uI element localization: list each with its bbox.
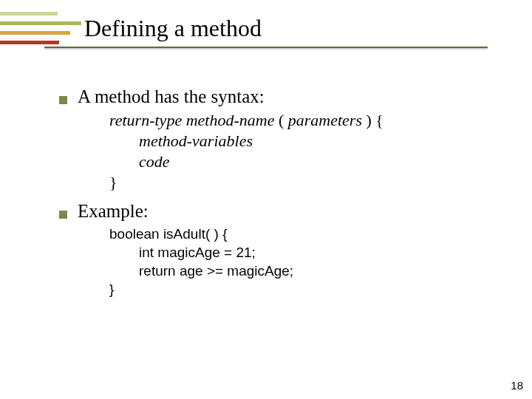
bullet-item-2: Example:	[59, 201, 532, 222]
stripe	[0, 12, 58, 16]
syntax-token: return-type method-name	[109, 111, 274, 129]
code-line: return age >= magicAge;	[139, 262, 532, 280]
syntax-token: ) {	[362, 111, 383, 129]
code-line: int magicAge = 21;	[139, 243, 532, 262]
title-underline	[44, 47, 488, 48]
syntax-token: (	[274, 111, 287, 129]
bullet-item-1: A method has the syntax:	[59, 86, 532, 107]
decorative-stripes	[0, 12, 81, 44]
code-line: }	[109, 280, 532, 299]
bullet-text: Example:	[78, 201, 149, 222]
bullet-icon	[59, 96, 67, 104]
syntax-token: parameters	[288, 111, 362, 129]
content-area: A method has the syntax: return-type met…	[59, 86, 532, 299]
syntax-line: return-type method-name ( parameters ) {	[109, 110, 532, 131]
syntax-line: code	[139, 151, 532, 172]
syntax-block: return-type method-name ( parameters ) {…	[109, 110, 532, 194]
page-number: 18	[511, 379, 523, 392]
stripe	[0, 41, 59, 44]
example-block: boolean isAdult( ) { int magicAge = 21; …	[109, 225, 532, 299]
stripe	[0, 31, 70, 35]
code-line: boolean isAdult( ) {	[109, 225, 532, 243]
stripe	[0, 21, 81, 25]
slide-title: Defining a method	[84, 12, 532, 42]
bullet-icon	[59, 211, 67, 219]
syntax-line: method-variables	[139, 131, 532, 151]
title-bar: Defining a method	[0, 0, 532, 48]
syntax-line: }	[109, 172, 532, 193]
bullet-text: A method has the syntax:	[78, 86, 265, 107]
